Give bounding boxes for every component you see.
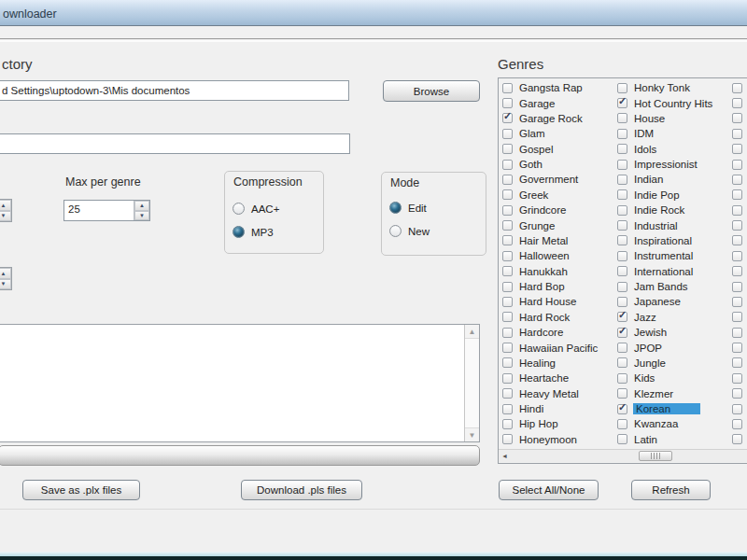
genre-checkbox[interactable] [732,235,742,245]
genre-checkbox[interactable]: ✓ [617,312,627,322]
genre-checkbox[interactable] [502,388,513,399]
genre-item-inspirational[interactable]: Inspirational [617,233,729,248]
genre-checkbox[interactable] [617,251,627,261]
genre-item-heavy-metal[interactable]: Heavy Metal [502,386,614,401]
scroll-down-icon[interactable]: ▼ [465,427,479,441]
genre-checkbox[interactable] [732,328,742,338]
genre-item-hip-hop[interactable]: Hip Hop [502,416,614,431]
genre-checkbox[interactable] [732,129,742,139]
genre-item[interactable] [732,172,747,187]
genre-item-grunge[interactable]: Grunge [502,217,614,232]
genre-checkbox[interactable] [732,312,742,322]
genre-item-jazz[interactable]: ✓Jazz [617,310,729,325]
genre-item[interactable] [732,386,747,401]
genre-checkbox[interactable] [617,113,627,123]
genre-checkbox[interactable] [617,282,627,292]
directory-input[interactable] [0,80,349,101]
genre-checkbox[interactable] [617,266,627,276]
scroll-up-icon[interactable]: ▲ [465,325,479,339]
genre-checkbox[interactable] [617,175,627,185]
genre-checkbox[interactable] [732,251,742,261]
spin-up-icon[interactable]: ▲ [134,201,149,211]
genre-checkbox[interactable] [502,220,513,231]
genre-item-kids[interactable]: Kids [617,371,729,385]
secondary-input[interactable] [0,133,350,154]
genre-checkbox[interactable] [617,144,627,154]
genre-checkbox[interactable] [732,404,742,414]
genre-checkbox[interactable] [732,282,742,292]
genre-item-goth[interactable]: Goth [502,157,614,172]
genre-item[interactable] [732,80,747,95]
genre-checkbox[interactable] [732,373,742,384]
spin-down-icon[interactable]: ▼ [134,211,149,221]
browse-button[interactable]: Browse [383,80,480,102]
spin-down-icon[interactable]: ▼ [0,279,11,290]
genre-checkbox[interactable] [502,205,513,216]
genre-item-idm[interactable]: IDM [617,126,729,141]
genre-checkbox[interactable] [502,189,513,200]
genre-item-glam[interactable]: Glam [502,126,614,141]
genre-item-house[interactable]: House [617,111,729,126]
spin-up-icon[interactable]: ▲ [0,268,11,279]
genre-item[interactable] [732,203,747,217]
genre-checkbox[interactable] [617,357,627,368]
genre-item-grindcore[interactable]: Grindcore [502,203,614,217]
genre-checkbox[interactable]: ✓ [617,328,627,338]
genre-checkbox[interactable] [502,282,513,292]
genre-checkbox[interactable] [732,205,742,216]
genre-item-honeymoon[interactable]: Honeymoon [502,432,614,447]
save-plx-button[interactable]: Save as .plx files [22,480,140,500]
genre-item[interactable] [732,371,747,385]
genre-item[interactable] [732,401,747,416]
select-all-none-button[interactable]: Select All/None [499,480,599,500]
genre-checkbox[interactable] [732,434,742,444]
radio-option-aac[interactable]: AAC+ [225,197,323,220]
genre-checkbox[interactable] [732,220,742,231]
genre-item-indie-pop[interactable]: Indie Pop [617,188,729,203]
genre-item-hair-metal[interactable]: Hair Metal [502,233,614,248]
genre-item[interactable] [732,340,747,355]
genre-item-japanese[interactable]: Japanese [617,294,729,309]
download-pls-button[interactable]: Download .pls files [241,480,362,500]
genre-checkbox[interactable] [502,235,513,245]
genre-checkbox[interactable] [617,205,627,216]
cutoff-spinner-1[interactable]: ▲ ▼ [0,199,12,222]
title-bar[interactable]: ownloader [0,0,747,26]
genre-item-hawaiian-pacific[interactable]: Hawaiian Pacific [502,340,614,355]
genre-item-jam-bands[interactable]: Jam Bands [617,279,729,294]
genre-checkbox[interactable] [502,404,513,414]
genre-checkbox[interactable] [617,388,627,399]
genre-item[interactable] [732,233,747,248]
genre-checkbox[interactable] [732,266,742,276]
genre-item[interactable] [732,95,747,110]
radio-option-edit[interactable]: Edit [382,196,486,219]
genre-checkbox[interactable] [617,419,627,429]
genre-item[interactable] [732,217,747,232]
vertical-scrollbar[interactable]: ▲ ▼ [464,325,479,441]
genre-item-hard-rock[interactable]: Hard Rock [502,310,614,325]
genre-checkbox[interactable] [502,160,513,170]
genre-item-gangsta-rap[interactable]: Gangsta Rap [502,80,614,95]
genre-item-korean[interactable]: ✓Korean [617,401,729,416]
genre-item-latin[interactable]: Latin [617,432,729,447]
genre-checkbox[interactable] [617,434,627,444]
genre-checkbox[interactable] [502,144,513,154]
genre-item-garage[interactable]: Garage [502,95,614,110]
genre-item[interactable] [732,157,747,172]
genre-checkbox[interactable] [502,357,513,368]
genre-checkbox[interactable] [502,373,513,384]
genre-item-halloween[interactable]: Halloween [502,248,614,263]
radio-icon[interactable] [389,225,402,237]
genre-checkbox[interactable] [732,83,742,93]
genre-item[interactable] [732,126,747,141]
genre-item-instrumental[interactable]: Instrumental [617,248,729,263]
genre-checkbox[interactable] [732,419,742,429]
genre-checkbox[interactable] [732,189,742,200]
genre-item[interactable] [732,325,747,340]
genre-checkbox[interactable] [502,434,513,444]
genre-item-greek[interactable]: Greek [502,188,614,203]
genre-checkbox[interactable] [732,98,742,108]
genre-item-klezmer[interactable]: Klezmer [617,386,729,401]
genre-checkbox[interactable]: ✓ [617,98,627,108]
genre-item-impressionist[interactable]: Impressionist [617,157,729,172]
